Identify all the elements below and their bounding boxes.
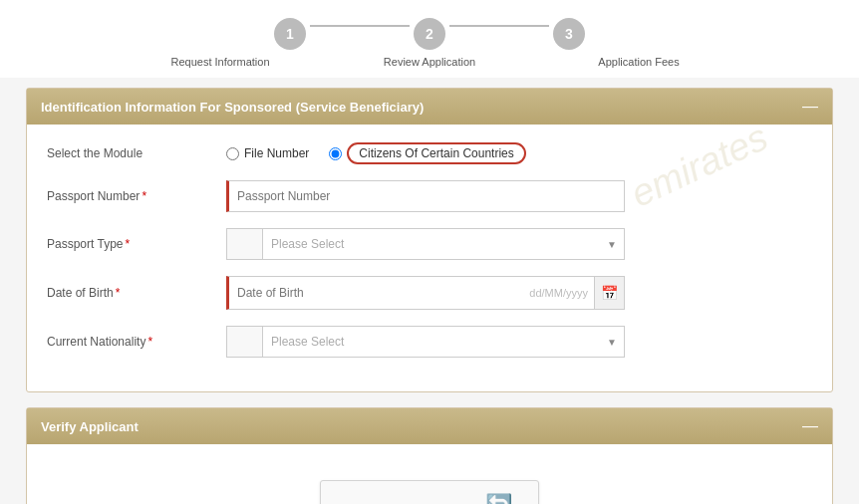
passport-type-required: *	[126, 237, 131, 251]
step-1-circle: 1	[274, 18, 306, 50]
identification-panel-body: emirates Select the Module File Number C…	[27, 125, 832, 391]
calendar-icon[interactable]: 📅	[594, 277, 624, 309]
step-2: 2	[414, 18, 445, 50]
radio-file-number[interactable]: File Number	[226, 146, 309, 160]
recaptcha-logo-group: 🔄 reCAPTCHA Privacy - Terms	[471, 493, 526, 504]
identification-panel: Identification Information For Sponsored…	[26, 88, 833, 392]
current-nationality-label: Current Nationality*	[47, 335, 226, 349]
progress-section: 1 2 3 Request Information Review Applica…	[0, 0, 859, 78]
passport-type-label: Passport Type*	[47, 237, 226, 251]
verify-panel: Verify Applicant — I'm not a robot 🔄 reC…	[26, 407, 833, 504]
verify-panel-title: Verify Applicant	[41, 419, 139, 434]
radio-file-number-label: File Number	[244, 146, 309, 160]
date-format-hint: dd/MM/yyyy	[529, 287, 594, 299]
passport-type-select[interactable]: Please Select	[262, 228, 625, 260]
identification-panel-header: Identification Information For Sponsored…	[27, 89, 832, 125]
passport-number-input[interactable]	[226, 180, 625, 212]
passport-type-select-wrapper: Please Select	[262, 228, 625, 260]
current-nationality-select-group: Please Select	[226, 326, 625, 358]
date-of-birth-input[interactable]	[229, 277, 529, 309]
step-labels-row: Request Information Review Application A…	[165, 56, 694, 68]
current-nationality-select-wrapper: Please Select	[262, 326, 625, 358]
main-content: Identification Information For Sponsored…	[11, 78, 848, 504]
step-3: 3	[553, 18, 585, 50]
recaptcha-box: I'm not a robot 🔄 reCAPTCHA Privacy - Te…	[320, 480, 539, 504]
steps-row: 1 2 3	[274, 18, 585, 50]
select-module-label: Select the Module	[47, 146, 226, 160]
recaptcha-wrapper: I'm not a robot 🔄 reCAPTCHA Privacy - Te…	[47, 462, 812, 504]
passport-number-label: Passport Number*	[47, 189, 226, 203]
step-line-1	[310, 25, 410, 27]
date-of-birth-required: *	[116, 286, 121, 300]
identification-panel-title: Identification Information For Sponsored…	[41, 100, 424, 115]
verify-minimize-button[interactable]: —	[802, 418, 818, 434]
recaptcha-logo-icon: 🔄	[485, 493, 512, 504]
passport-number-required: *	[142, 189, 146, 203]
radio-citizens-label: Citizens Of Certain Countries	[347, 142, 525, 164]
passport-type-row: Passport Type* Please Select	[47, 228, 812, 260]
current-nationality-select[interactable]: Please Select	[262, 326, 625, 358]
radio-file-number-input[interactable]	[226, 147, 239, 160]
date-of-birth-label: Date of Birth*	[47, 286, 226, 300]
current-nationality-row: Current Nationality* Please Select	[47, 326, 812, 358]
current-nationality-required: *	[147, 335, 152, 349]
date-of-birth-input-group: dd/MM/yyyy 📅	[226, 276, 625, 310]
step-2-label: Review Application	[375, 56, 484, 68]
identification-minimize-button[interactable]: —	[802, 99, 818, 115]
step-3-circle: 3	[553, 18, 585, 50]
step-3-label: Application Fees	[584, 56, 694, 68]
radio-citizens-input[interactable]	[329, 147, 342, 160]
step-2-circle: 2	[414, 18, 445, 50]
step-line-2	[449, 25, 549, 27]
step-1-label: Request Information	[165, 56, 275, 68]
select-module-row: Select the Module File Number Citizens O…	[47, 142, 812, 164]
passport-type-select-group: Please Select	[226, 228, 625, 260]
radio-group: File Number Citizens Of Certain Countrie…	[226, 142, 526, 164]
current-nationality-prefix	[226, 326, 262, 358]
passport-type-prefix	[226, 228, 262, 260]
step-1: 1	[274, 18, 306, 50]
verify-panel-header: Verify Applicant —	[27, 408, 832, 444]
radio-citizens[interactable]: Citizens Of Certain Countries	[329, 142, 525, 164]
passport-number-row: Passport Number*	[47, 180, 812, 212]
verify-panel-body: I'm not a robot 🔄 reCAPTCHA Privacy - Te…	[27, 444, 832, 504]
date-of-birth-row: Date of Birth* dd/MM/yyyy 📅	[47, 276, 812, 310]
